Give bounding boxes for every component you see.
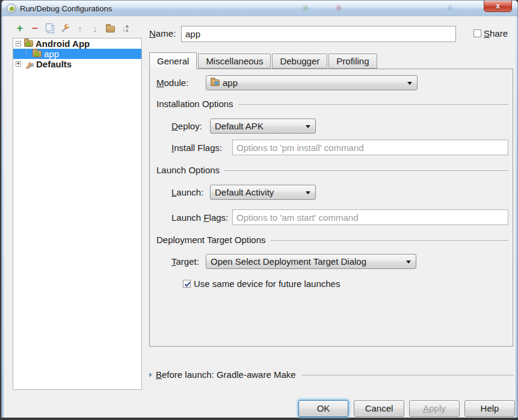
- android-studio-icon: [7, 4, 16, 13]
- folder-icon: [106, 26, 115, 32]
- launch-flags-input[interactable]: [232, 209, 508, 225]
- expand-arrow-icon: [149, 372, 152, 377]
- module-dropdown[interactable]: app: [206, 75, 418, 90]
- tree-item-app[interactable]: └ app: [13, 49, 141, 59]
- separator-line: [238, 104, 508, 105]
- section-title: Installation Options: [156, 99, 233, 109]
- deploy-label: Deploy:: [171, 121, 210, 131]
- use-same-device-label: Use same device for future launches: [194, 279, 340, 289]
- collapse-icon[interactable]: −: [16, 41, 21, 46]
- help-button[interactable]: Help: [464, 400, 515, 417]
- android-robot-icon: [34, 52, 39, 57]
- cancel-button[interactable]: Cancel: [354, 400, 404, 417]
- launch-value: Default Activity: [215, 187, 274, 197]
- arrow-up-icon: ↑: [78, 23, 82, 34]
- create-folder-button[interactable]: [105, 23, 115, 33]
- deploy-value: Default APK: [215, 121, 264, 131]
- tab-bar: General Miscellaneous Debugger Profiling: [149, 52, 378, 69]
- launch-row: Launch: Default Activity: [171, 184, 316, 200]
- dialog-buttons: OK Cancel Apply Help: [149, 400, 514, 417]
- target-dropdown[interactable]: Open Select Deployment Target Dialog: [206, 254, 416, 269]
- edit-defaults-button[interactable]: [60, 23, 70, 33]
- deploy-dropdown[interactable]: Default APK: [210, 119, 316, 134]
- chevron-down-icon: [306, 191, 310, 194]
- android-robot-icon: [26, 42, 31, 46]
- add-configuration-button[interactable]: +: [15, 23, 25, 33]
- use-same-device-checkbox[interactable]: [183, 280, 191, 288]
- target-row: Target: Open Select Deployment Target Di…: [171, 253, 416, 269]
- sort-configurations-button[interactable]: ↓ a z: [120, 23, 130, 33]
- window-title: Run/Debug Configurations: [20, 4, 112, 13]
- tab-profiling[interactable]: Profiling: [328, 54, 377, 69]
- apply-button[interactable]: Apply: [409, 400, 460, 417]
- installation-options-header: Installation Options: [156, 97, 508, 110]
- tree-item-label: Android App: [35, 39, 90, 49]
- move-up-button[interactable]: ↑: [75, 23, 85, 33]
- close-icon: x: [496, 2, 500, 10]
- configurations-toolbar: + − ↑ ↓: [15, 23, 130, 34]
- target-label: Target:: [171, 256, 206, 267]
- android-folder-icon: [32, 51, 42, 57]
- tree-item-label: Defaults: [36, 59, 72, 69]
- dialog-window: Run/Debug Configurations x + −: [1, 0, 518, 418]
- move-down-button[interactable]: ↓: [90, 23, 100, 33]
- dialog-client-area: + − ↑ ↓: [4, 16, 516, 418]
- install-flags-input[interactable]: [232, 140, 508, 155]
- copy-icon: [48, 25, 54, 33]
- configurations-tree: − Android App └ app +: [13, 38, 142, 390]
- separator-line: [302, 375, 514, 375]
- wrench-icon: [60, 23, 70, 33]
- module-folder-icon: [211, 79, 220, 86]
- minus-icon: −: [32, 25, 39, 32]
- install-flags-label: Install Flags:: [171, 143, 232, 153]
- name-row: Name: Share: [149, 26, 514, 42]
- launch-dropdown[interactable]: Default Activity: [210, 185, 316, 200]
- deployment-target-options-header: Deployment Target Options: [156, 233, 508, 246]
- module-badge: [215, 81, 218, 85]
- chevron-down-icon: [407, 82, 412, 85]
- target-value: Open Select Deployment Target Dialog: [211, 256, 366, 267]
- plus-icon: +: [17, 24, 23, 32]
- android-folder-icon: [24, 40, 33, 47]
- module-row: Module: app: [156, 75, 510, 90]
- tree-item-label: app: [44, 49, 59, 59]
- install-flags-row: Install Flags:: [171, 140, 508, 155]
- before-launch-label: Before launch: Gradle-aware Make: [156, 369, 296, 380]
- deploy-row: Deploy: Default APK: [171, 118, 316, 134]
- remove-configuration-button[interactable]: −: [30, 23, 40, 33]
- launch-flags-label: Launch Flags:: [171, 212, 232, 223]
- launch-options-header: Launch Options: [156, 164, 508, 176]
- general-tab-panel: Module: app Installation Options Deploy:…: [149, 69, 513, 347]
- name-input[interactable]: [181, 26, 456, 42]
- sort-az-icon: a z: [126, 24, 128, 32]
- copy-configuration-button[interactable]: [45, 23, 55, 33]
- share-label: Share: [484, 28, 508, 39]
- name-label: Name:: [149, 28, 176, 39]
- chevron-down-icon: [406, 261, 411, 264]
- module-value: app: [223, 78, 238, 88]
- tab-debugger[interactable]: Debugger: [272, 54, 327, 69]
- tab-general[interactable]: General: [149, 52, 197, 69]
- expand-icon[interactable]: +: [16, 61, 21, 67]
- tree-item-android-app[interactable]: − Android App: [13, 39, 141, 49]
- use-same-device-row[interactable]: Use same device for future launches: [183, 278, 340, 289]
- section-title: Deployment Target Options: [156, 235, 266, 245]
- share-checkbox[interactable]: [473, 29, 481, 37]
- chevron-down-icon: [306, 125, 310, 128]
- close-button[interactable]: x: [484, 1, 512, 12]
- ok-button[interactable]: OK: [298, 400, 348, 417]
- launch-label: Launch:: [171, 187, 210, 197]
- share-checkbox-row[interactable]: Share: [473, 28, 508, 39]
- sort-letter-z: z: [126, 28, 128, 32]
- module-label: Module:: [156, 78, 206, 88]
- launch-flags-row: Launch Flags:: [171, 209, 508, 225]
- title-bar[interactable]: Run/Debug Configurations x: [2, 1, 517, 16]
- separator-line: [224, 170, 508, 171]
- before-launch-row[interactable]: Before launch: Gradle-aware Make: [149, 369, 514, 380]
- tree-item-defaults[interactable]: + Defaults: [13, 59, 141, 69]
- tree-connector: └: [22, 51, 29, 57]
- section-title: Launch Options: [156, 165, 220, 175]
- arrow-down-icon: ↓: [93, 23, 97, 34]
- defaults-wrench-icon: [24, 60, 34, 69]
- tab-miscellaneous[interactable]: Miscellaneous: [198, 54, 271, 69]
